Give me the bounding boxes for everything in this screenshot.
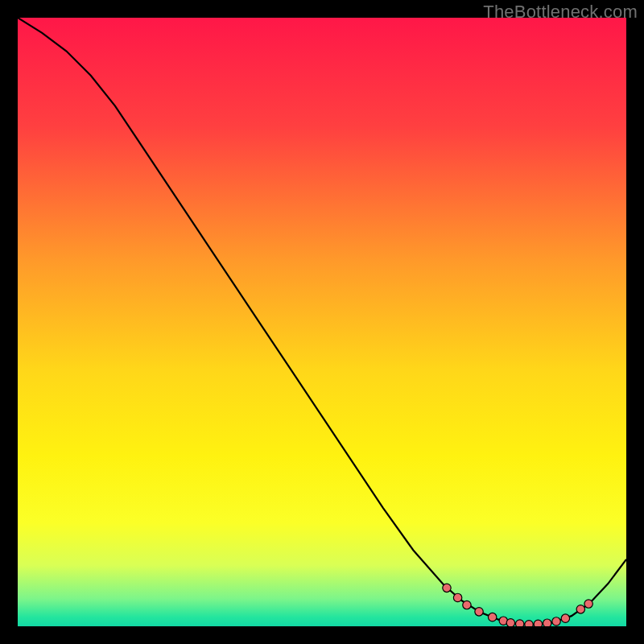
data-marker [488, 613, 496, 621]
data-marker [506, 619, 514, 626]
data-marker [561, 614, 569, 622]
data-marker [443, 584, 451, 592]
data-marker [576, 605, 584, 613]
plot-area [18, 18, 626, 626]
data-marker [534, 620, 542, 626]
data-marker [543, 619, 551, 626]
data-marker [453, 593, 461, 601]
data-marker [552, 617, 560, 625]
chart-frame: TheBottleneck.com [0, 0, 644, 644]
gradient-background [18, 18, 626, 626]
data-marker [516, 620, 524, 626]
chart-svg [18, 18, 626, 626]
watermark-label: TheBottleneck.com [483, 2, 638, 23]
data-marker [584, 600, 592, 608]
data-marker [463, 601, 471, 609]
data-marker [525, 621, 533, 626]
data-marker [475, 608, 483, 616]
